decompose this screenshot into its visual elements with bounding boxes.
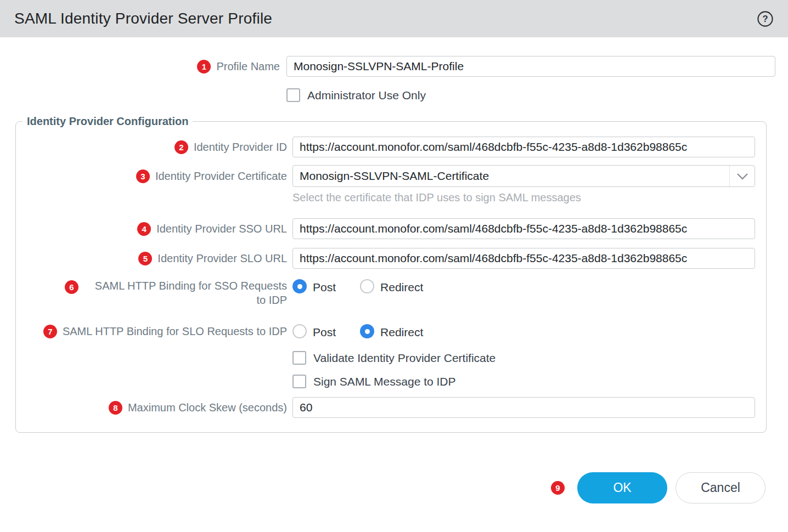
radio-selected-icon[interactable] [292,279,307,293]
idp-slo-url-input[interactable] [292,248,755,269]
slo-binding-redirect-label: Redirect [380,326,423,339]
idp-certificate-helper-text: Select the certificate that IDP uses to … [292,191,755,204]
idp-certificate-select[interactable]: Monosign-SSLVPN-SAML-Certificate [292,165,755,187]
validate-idp-certificate-label: Validate Identity Provider Certificate [313,352,496,365]
step-badge-6: 6 [65,280,78,294]
sso-binding-post-label: Post [313,281,336,294]
radio-selected-icon[interactable] [360,324,374,338]
admin-use-only-row: Administrator Use Only [0,88,775,102]
idp-id-row: 2 Identity Provider ID [16,137,755,157]
sso-binding-redirect-label: Redirect [380,281,423,294]
idp-certificate-label: Identity Provider Certificate [155,169,287,183]
dialog-footer: 9 OK Cancel [0,472,775,503]
dialog-title: SAML Identity Provider Server Profile [14,10,272,27]
idp-sso-url-row: 4 Identity Provider SSO URL [16,218,755,239]
sso-binding-radio-group: Post Redirect [292,279,755,294]
help-icon[interactable]: ? [757,10,774,27]
slo-binding-post-label: Post [313,326,336,339]
idp-certificate-selected-value: Monosign-SSLVPN-SAML-Certificate [293,169,729,183]
sso-binding-label: SAML HTTP Binding for SSO Requests to ID… [84,279,287,307]
slo-binding-row: 7 SAML HTTP Binding for SLO Requests to … [16,324,755,339]
idp-config-legend: Identity Provider Configuration [22,115,193,128]
ok-button[interactable]: OK [577,472,667,503]
slo-binding-radio-group: Post Redirect [292,324,755,339]
sso-binding-post-option[interactable]: Post [292,279,336,294]
admin-use-only-checkbox[interactable] [286,88,300,102]
step-badge-7: 7 [43,325,57,338]
step-badge-8: 8 [109,401,122,415]
sign-saml-message-row: Sign SAML Message to IDP [292,375,755,388]
sign-saml-message-label: Sign SAML Message to IDP [313,375,456,388]
step-badge-3: 3 [136,169,150,183]
step-badge-5: 5 [138,252,152,265]
idp-id-input[interactable] [292,137,755,157]
idp-sso-url-input[interactable] [292,218,755,239]
radio-unselected-icon[interactable] [292,324,307,338]
step-badge-2: 2 [175,140,188,154]
profile-name-row: 1 Profile Name [0,56,775,77]
max-clock-skew-row: 8 Maximum Clock Skew (seconds) [16,397,755,418]
validate-idp-certificate-checkbox[interactable] [292,351,306,365]
idp-slo-url-label: Identity Provider SLO URL [157,251,287,265]
slo-binding-redirect-option[interactable]: Redirect [360,324,423,339]
idp-slo-url-row: 5 Identity Provider SLO URL [16,248,755,269]
step-badge-1: 1 [197,60,211,73]
dialog-body: 1 Profile Name Administrator Use Only Id… [0,37,788,503]
idp-id-label: Identity Provider ID [194,140,287,154]
admin-use-only-label: Administrator Use Only [307,89,426,102]
dialog-header: SAML Identity Provider Server Profile ? [0,0,788,37]
validate-idp-certificate-row: Validate Identity Provider Certificate [292,351,755,365]
profile-name-label: Profile Name [216,59,280,73]
identity-provider-configuration-section: Identity Provider Configuration 2 Identi… [15,115,767,433]
sign-saml-message-checkbox[interactable] [292,375,306,388]
chevron-down-icon[interactable] [729,166,755,186]
slo-binding-post-option[interactable]: Post [292,324,336,339]
step-badge-4: 4 [137,222,151,236]
step-badge-9: 9 [551,481,565,495]
profile-name-input[interactable] [286,56,775,77]
max-clock-skew-label: Maximum Clock Skew (seconds) [128,400,287,415]
cancel-button[interactable]: Cancel [676,472,766,503]
idp-certificate-row: 3 Identity Provider Certificate Monosign… [16,165,755,187]
idp-sso-url-label: Identity Provider SSO URL [156,222,287,236]
radio-unselected-icon[interactable] [360,279,374,293]
slo-binding-label: SAML HTTP Binding for SLO Requests to ID… [63,324,287,338]
max-clock-skew-input[interactable] [292,397,755,418]
svg-text:?: ? [762,14,768,24]
sso-binding-redirect-option[interactable]: Redirect [360,279,423,294]
sso-binding-row: 6 SAML HTTP Binding for SSO Requests to … [16,279,755,307]
